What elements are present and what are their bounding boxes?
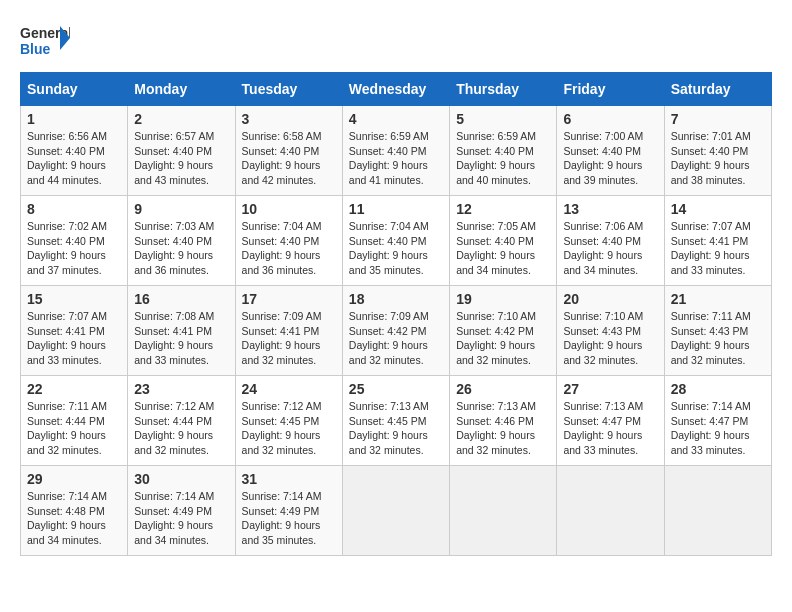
table-row: 23Sunrise: 7:12 AMSunset: 4:44 PMDayligh… — [128, 376, 235, 466]
table-row: 4Sunrise: 6:59 AMSunset: 4:40 PMDaylight… — [342, 106, 449, 196]
logo: General Blue — [20, 20, 70, 62]
table-row: 15Sunrise: 7:07 AMSunset: 4:41 PMDayligh… — [21, 286, 128, 376]
calendar-week-3: 22Sunrise: 7:11 AMSunset: 4:44 PMDayligh… — [21, 376, 772, 466]
day-header-friday: Friday — [557, 73, 664, 106]
header-row: SundayMondayTuesdayWednesdayThursdayFrid… — [21, 73, 772, 106]
day-header-sunday: Sunday — [21, 73, 128, 106]
svg-text:Blue: Blue — [20, 41, 51, 57]
calendar-week-4: 29Sunrise: 7:14 AMSunset: 4:48 PMDayligh… — [21, 466, 772, 556]
table-row: 28Sunrise: 7:14 AMSunset: 4:47 PMDayligh… — [664, 376, 771, 466]
table-row: 19Sunrise: 7:10 AMSunset: 4:42 PMDayligh… — [450, 286, 557, 376]
table-row — [450, 466, 557, 556]
day-header-wednesday: Wednesday — [342, 73, 449, 106]
day-header-saturday: Saturday — [664, 73, 771, 106]
table-row: 20Sunrise: 7:10 AMSunset: 4:43 PMDayligh… — [557, 286, 664, 376]
logo-svg: General Blue — [20, 20, 70, 62]
table-row: 3Sunrise: 6:58 AMSunset: 4:40 PMDaylight… — [235, 106, 342, 196]
table-row: 26Sunrise: 7:13 AMSunset: 4:46 PMDayligh… — [450, 376, 557, 466]
day-header-monday: Monday — [128, 73, 235, 106]
calendar-week-0: 1Sunrise: 6:56 AMSunset: 4:40 PMDaylight… — [21, 106, 772, 196]
page-header: General Blue — [20, 20, 772, 62]
table-row: 21Sunrise: 7:11 AMSunset: 4:43 PMDayligh… — [664, 286, 771, 376]
calendar-week-1: 8Sunrise: 7:02 AMSunset: 4:40 PMDaylight… — [21, 196, 772, 286]
table-row — [664, 466, 771, 556]
day-header-tuesday: Tuesday — [235, 73, 342, 106]
table-row: 31Sunrise: 7:14 AMSunset: 4:49 PMDayligh… — [235, 466, 342, 556]
table-row: 8Sunrise: 7:02 AMSunset: 4:40 PMDaylight… — [21, 196, 128, 286]
calendar-week-2: 15Sunrise: 7:07 AMSunset: 4:41 PMDayligh… — [21, 286, 772, 376]
table-row: 6Sunrise: 7:00 AMSunset: 4:40 PMDaylight… — [557, 106, 664, 196]
table-row: 7Sunrise: 7:01 AMSunset: 4:40 PMDaylight… — [664, 106, 771, 196]
table-row: 10Sunrise: 7:04 AMSunset: 4:40 PMDayligh… — [235, 196, 342, 286]
table-row: 14Sunrise: 7:07 AMSunset: 4:41 PMDayligh… — [664, 196, 771, 286]
table-row: 17Sunrise: 7:09 AMSunset: 4:41 PMDayligh… — [235, 286, 342, 376]
table-row: 27Sunrise: 7:13 AMSunset: 4:47 PMDayligh… — [557, 376, 664, 466]
table-row: 12Sunrise: 7:05 AMSunset: 4:40 PMDayligh… — [450, 196, 557, 286]
table-row — [557, 466, 664, 556]
table-row: 22Sunrise: 7:11 AMSunset: 4:44 PMDayligh… — [21, 376, 128, 466]
table-row: 16Sunrise: 7:08 AMSunset: 4:41 PMDayligh… — [128, 286, 235, 376]
table-row: 25Sunrise: 7:13 AMSunset: 4:45 PMDayligh… — [342, 376, 449, 466]
table-row: 5Sunrise: 6:59 AMSunset: 4:40 PMDaylight… — [450, 106, 557, 196]
table-row: 18Sunrise: 7:09 AMSunset: 4:42 PMDayligh… — [342, 286, 449, 376]
table-row: 9Sunrise: 7:03 AMSunset: 4:40 PMDaylight… — [128, 196, 235, 286]
day-header-thursday: Thursday — [450, 73, 557, 106]
table-row: 13Sunrise: 7:06 AMSunset: 4:40 PMDayligh… — [557, 196, 664, 286]
table-row: 29Sunrise: 7:14 AMSunset: 4:48 PMDayligh… — [21, 466, 128, 556]
calendar-table: SundayMondayTuesdayWednesdayThursdayFrid… — [20, 72, 772, 556]
table-row — [342, 466, 449, 556]
table-row: 11Sunrise: 7:04 AMSunset: 4:40 PMDayligh… — [342, 196, 449, 286]
table-row: 2Sunrise: 6:57 AMSunset: 4:40 PMDaylight… — [128, 106, 235, 196]
table-row: 24Sunrise: 7:12 AMSunset: 4:45 PMDayligh… — [235, 376, 342, 466]
table-row: 30Sunrise: 7:14 AMSunset: 4:49 PMDayligh… — [128, 466, 235, 556]
table-row: 1Sunrise: 6:56 AMSunset: 4:40 PMDaylight… — [21, 106, 128, 196]
